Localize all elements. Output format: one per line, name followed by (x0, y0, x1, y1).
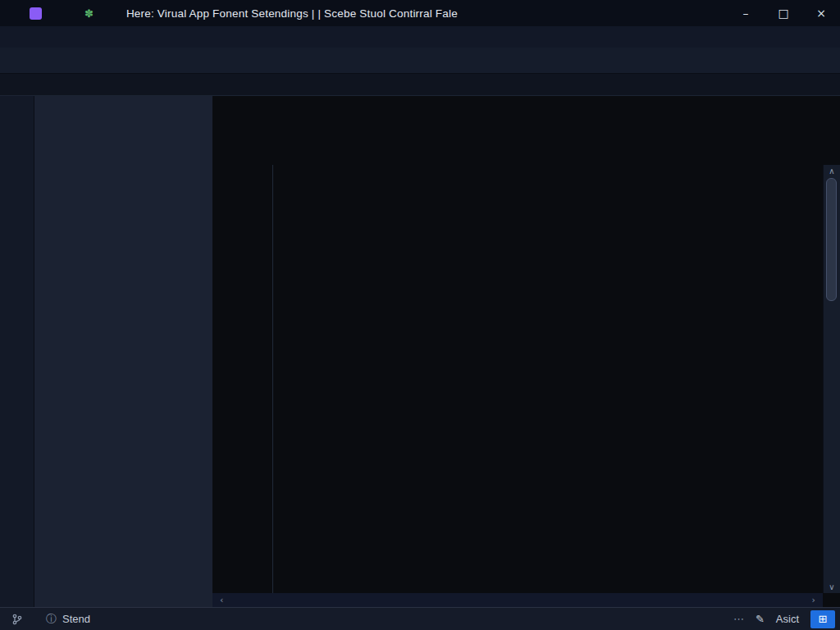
horizontal-scrollbar[interactable]: ‹ › (212, 593, 823, 607)
close-button[interactable]: × (802, 0, 840, 26)
title-bar: ✽ Here: Virual App Fonent Setendings | |… (0, 0, 840, 26)
document-tabstrip (0, 74, 840, 96)
branch-icon[interactable] (0, 614, 34, 625)
pen-icon: ✎ (756, 613, 765, 625)
window-title: Here: Virual App Fonent Setendings | | S… (126, 7, 458, 20)
menu-bar (0, 26, 840, 48)
indent-guide (272, 165, 273, 593)
scrollbar-thumb[interactable] (826, 178, 837, 301)
back-arrow-icon[interactable] (0, 74, 34, 95)
more-icon[interactable]: ⋯ (733, 613, 744, 625)
vertical-scrollbar[interactable]: ∧ ∨ (823, 165, 840, 593)
explorer-tree (34, 96, 212, 607)
toolbar (0, 48, 840, 74)
scroll-down-icon[interactable]: ∨ (824, 582, 840, 591)
scroll-right-icon[interactable]: › (812, 595, 815, 605)
editor-pane[interactable]: ∧ ∨ ‹ › (212, 96, 840, 607)
code-area[interactable] (212, 165, 823, 593)
app-logo-icon (30, 7, 42, 20)
scroll-up-icon[interactable]: ∧ (824, 167, 840, 176)
activity-bar (0, 96, 34, 607)
info-icon: ⓘ (46, 612, 57, 627)
status-bar: ⓘ Stend ⋯ ✎ Asict ⊞ (0, 607, 840, 630)
scroll-left-icon[interactable]: ‹ (220, 595, 223, 605)
assist-label[interactable]: Asict (776, 613, 799, 625)
maximize-button[interactable]: □ (765, 0, 802, 26)
sprout-icon: ✽ (84, 7, 94, 20)
minimize-button[interactable]: – (727, 0, 765, 26)
status-message: Stend (62, 613, 90, 625)
panel-toggle-button[interactable]: ⊞ (810, 610, 835, 628)
